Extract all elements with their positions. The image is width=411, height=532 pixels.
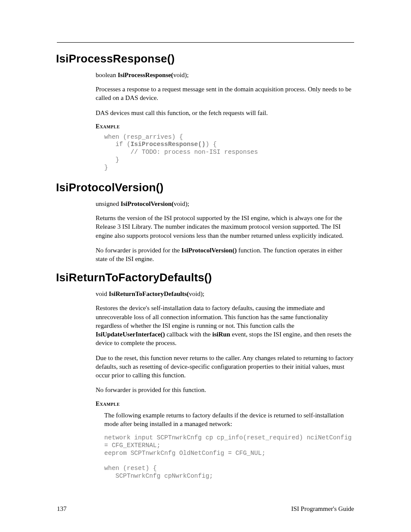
- section-isireturntofactorydefaults: IsiReturnToFactoryDefaults() void IsiRet…: [57, 271, 354, 480]
- text: No forwarder is provided for the: [96, 247, 181, 254]
- section-isiprotocolversion: IsiProtocolVersion() unsigned IsiProtoco…: [57, 181, 354, 263]
- paragraph: Processes a response to a request messag…: [96, 85, 354, 103]
- signature-isireturntofactorydefaults: void IsiReturnToFactoryDefaults(void);: [96, 290, 354, 298]
- footer-title: ISI Programmer's Guide: [291, 505, 354, 513]
- heading-isiprotocolversion: IsiProtocolVersion(): [56, 181, 354, 194]
- sig-name: IsiReturnToFactoryDefaults(: [109, 290, 189, 297]
- sig-name: IsiProtocolVersion(: [121, 200, 174, 207]
- paragraph: Due to the reset, this function never re…: [96, 354, 354, 380]
- example-heading: Example: [96, 401, 354, 408]
- example-intro: The following example returns to factory…: [104, 411, 354, 429]
- bold-text: isiRun: [212, 331, 230, 338]
- code-bold: IsiProcessResponse(): [131, 141, 206, 148]
- heading-isiprocessresponse: IsiProcessResponse(): [56, 52, 354, 65]
- page-number: 137: [57, 505, 67, 513]
- page-content: IsiProcessResponse() boolean IsiProcessR…: [57, 42, 354, 489]
- sig-return-type: void: [96, 290, 109, 297]
- paragraph: Restores the device's self-installation …: [96, 304, 354, 347]
- text: callback with the: [165, 331, 212, 338]
- example-heading: Example: [96, 123, 354, 130]
- section-isiprocessresponse: IsiProcessResponse() boolean IsiProcessR…: [57, 52, 354, 171]
- bold-text: IsiUpdateUserInterface(): [96, 331, 165, 338]
- sig-args: void);: [173, 72, 189, 78]
- signature-isiprocessresponse: boolean IsiProcessResponse(void);: [96, 72, 354, 79]
- sig-args: void);: [174, 200, 189, 207]
- code-block: when (resp_arrives) { if (IsiProcessResp…: [104, 134, 354, 171]
- sig-return-type: unsigned: [96, 200, 121, 207]
- page-footer: 137 ISI Programmer's Guide: [57, 505, 354, 513]
- paragraph: DAS devices must call this function, or …: [96, 109, 354, 117]
- heading-isireturntofactorydefaults: IsiReturnToFactoryDefaults(): [56, 271, 354, 284]
- text: Restores the device's self-installation …: [96, 305, 328, 329]
- code-block: network input SCPTnwrkCnfg cp cp_info(re…: [104, 434, 354, 480]
- paragraph: No forwarder is provided for the IsiProt…: [96, 246, 354, 264]
- sig-return-type: boolean: [96, 72, 118, 78]
- sig-args: void);: [189, 290, 205, 297]
- sig-name: IsiProcessResponse(: [118, 72, 173, 78]
- paragraph: No forwarder is provided for this functi…: [96, 386, 354, 394]
- paragraph: Returns the version of the ISI protocol …: [96, 214, 354, 240]
- bold-text: IsiProtocolVersion(): [181, 247, 237, 254]
- signature-isiprotocolversion: unsigned IsiProtocolVersion(void);: [96, 200, 354, 208]
